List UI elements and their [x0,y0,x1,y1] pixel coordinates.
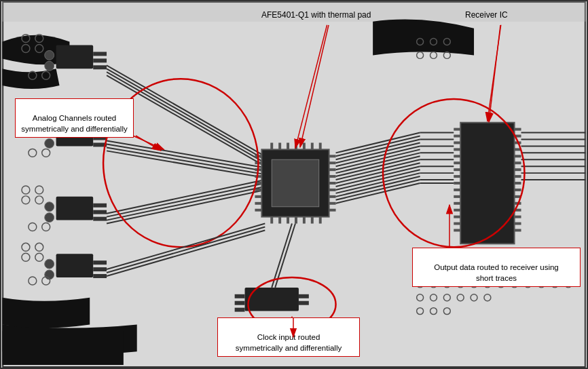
svg-rect-8 [93,65,107,69]
main-container: AFE5401-Q1 with thermal pad Receiver IC … [0,0,588,369]
svg-point-17 [45,139,54,149]
svg-rect-114 [454,128,460,131]
svg-point-5 [45,61,54,71]
svg-rect-123 [454,189,460,191]
svg-rect-73 [255,209,261,212]
svg-rect-118 [454,155,460,157]
svg-rect-166 [235,308,245,312]
afe-label: AFE5401-Q1 with thermal pad [256,7,376,24]
svg-rect-120 [454,168,460,171]
svg-rect-137 [515,175,521,178]
svg-rect-115 [454,135,460,138]
svg-rect-165 [235,301,245,305]
clock-input-label: Clock input routed symmetrically and dif… [217,317,360,357]
svg-rect-79 [329,189,336,191]
svg-rect-30 [93,203,107,208]
svg-rect-70 [255,189,261,191]
svg-rect-139 [515,189,521,191]
svg-rect-88 [311,142,314,149]
svg-rect-90 [270,217,273,224]
svg-rect-71 [255,195,261,198]
svg-rect-117 [454,148,460,151]
svg-rect-27 [56,197,94,220]
svg-rect-144 [515,222,521,225]
svg-rect-135 [515,161,521,164]
svg-rect-95 [311,217,314,224]
svg-rect-76 [329,168,336,171]
svg-rect-68 [255,175,261,178]
svg-rect-207 [2,331,124,365]
svg-rect-128 [454,222,460,225]
svg-rect-136 [515,168,521,171]
output-data-label: Output data routed to receiver using sho… [412,248,581,287]
analog-channels-label: Analog Channels routed symmetrically and… [15,98,134,138]
svg-rect-83 [270,142,273,149]
svg-rect-124 [454,195,460,198]
svg-rect-85 [287,142,289,149]
svg-rect-87 [303,142,306,149]
svg-rect-96 [319,217,322,224]
svg-point-28 [45,202,54,212]
svg-rect-32 [93,217,107,221]
svg-rect-122 [454,182,460,184]
svg-rect-81 [329,202,336,205]
svg-rect-94 [303,217,306,224]
svg-rect-80 [329,195,336,198]
svg-rect-164 [235,294,245,298]
svg-rect-116 [454,141,460,144]
svg-rect-3 [56,45,94,69]
svg-rect-42 [93,260,107,265]
svg-rect-91 [278,217,281,224]
svg-rect-130 [515,128,521,131]
svg-rect-6 [93,52,107,56]
svg-rect-125 [454,202,460,205]
svg-rect-92 [287,217,289,224]
svg-rect-82 [329,209,336,212]
svg-rect-145 [515,229,521,232]
receiver-ic-label: Receiver IC [460,7,513,24]
svg-rect-64 [272,159,318,206]
svg-rect-84 [278,142,281,149]
svg-rect-119 [454,161,460,164]
svg-point-40 [45,259,54,269]
svg-rect-143 [515,216,521,218]
svg-rect-138 [515,182,521,184]
pcb-diagram [1,1,587,368]
svg-rect-89 [319,142,322,149]
svg-rect-72 [255,202,261,205]
svg-rect-134 [515,155,521,157]
svg-rect-77 [329,175,336,178]
svg-rect-74 [329,155,336,157]
svg-rect-93 [295,217,297,224]
svg-rect-121 [454,175,460,178]
svg-rect-7 [93,58,107,62]
svg-rect-78 [329,182,336,184]
svg-rect-129 [454,229,460,232]
svg-rect-127 [454,216,460,218]
svg-rect-39 [56,254,94,277]
svg-rect-75 [329,161,336,164]
svg-rect-113 [460,123,514,244]
svg-rect-44 [93,274,107,278]
svg-rect-126 [454,209,460,212]
svg-point-29 [45,213,54,222]
svg-point-4 [45,50,54,60]
svg-rect-31 [93,210,107,214]
svg-rect-43 [93,267,107,271]
svg-rect-167 [299,294,309,298]
svg-rect-168 [299,301,309,305]
